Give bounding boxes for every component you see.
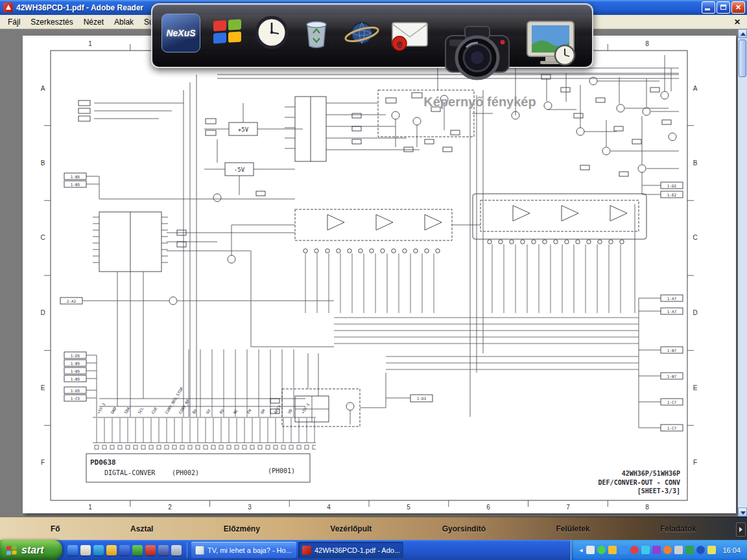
docktab-surfaces[interactable]: Felületek <box>551 522 595 535</box>
document-area: 1 2 3 4 5 6 7 8 1 2 3 4 5 6 7 8 A B C D <box>0 29 747 517</box>
docktab-tasks[interactable]: Feladatok <box>655 522 702 535</box>
scroll-down-icon[interactable] <box>738 508 747 517</box>
connector-ph001: (PH001) <box>268 467 295 474</box>
scrollbar-thumb[interactable] <box>739 40 746 77</box>
docktab-main[interactable]: Fő <box>45 522 65 535</box>
task-browser-window[interactable]: TV, mi lehet a baja? - Ho... <box>191 542 296 558</box>
docktab-quicklaunch[interactable]: Gyorsindító <box>437 522 491 535</box>
quicklaunch-ie-icon[interactable] <box>67 545 78 555</box>
titleblock-model: 42WH36P/51WH36P <box>622 470 680 477</box>
quicklaunch-messenger-icon[interactable] <box>93 545 104 555</box>
titleblock-function: DEF/CONVER-OUT - CONV <box>599 479 680 486</box>
launcher-dock: NeXuS <box>151 3 593 68</box>
close-document-icon[interactable]: ✕ <box>730 18 744 27</box>
quicklaunch-show-desktop-icon[interactable] <box>80 545 91 555</box>
svg-text:2: 2 <box>168 504 172 511</box>
svg-text:E: E <box>41 384 45 391</box>
svg-text:3: 3 <box>248 504 252 511</box>
svg-text:F: F <box>41 459 45 466</box>
svg-text:1-B7: 1-B7 <box>667 348 677 353</box>
quicklaunch-irc-icon[interactable] <box>145 545 156 555</box>
tray-icon-12[interactable] <box>707 546 716 554</box>
quicklaunch-folder-icon[interactable] <box>106 545 117 555</box>
reg-neg-label: -5V <box>234 167 245 173</box>
tray-icon-1[interactable] <box>586 546 595 554</box>
svg-text:1-D3: 1-D3 <box>417 396 427 401</box>
docktab-scroll-right-icon[interactable] <box>736 522 746 537</box>
svg-text:1-B5: 1-B5 <box>71 369 80 373</box>
quick-launch-bar <box>62 542 187 558</box>
svg-text:C: C <box>693 234 697 241</box>
tray-icon-11[interactable] <box>696 546 705 554</box>
svg-text:F: F <box>693 459 697 466</box>
tray-icon-9[interactable] <box>674 546 683 554</box>
svg-text:5: 5 <box>407 504 410 511</box>
tray-icon-8[interactable] <box>663 546 672 554</box>
camera-icon[interactable] <box>439 15 516 95</box>
svg-text:A: A <box>41 85 45 92</box>
tray-icon-3[interactable] <box>608 546 617 554</box>
start-button[interactable]: start <box>0 540 62 560</box>
menu-edit[interactable]: Szerkesztés <box>25 16 78 29</box>
svg-text:1-D5: 1-D5 <box>71 353 80 358</box>
start-flag-icon <box>6 544 18 556</box>
board-name: DIGTAL-CONVER <box>104 469 156 476</box>
internet-globe-icon[interactable] <box>343 14 381 54</box>
schematic-bundles <box>93 244 639 450</box>
system-tray: ◂ 16:04 <box>571 540 747 560</box>
vertical-scrollbar[interactable] <box>738 29 747 517</box>
nexus-dock-icon[interactable]: NeXuS <box>161 14 200 52</box>
svg-text:SDA: SDA <box>123 406 131 414</box>
svg-text:1-D2: 1-D2 <box>667 183 677 188</box>
tray-icon-10[interactable] <box>685 546 694 554</box>
quicklaunch-winamp-icon[interactable] <box>132 545 143 555</box>
svg-text:7: 7 <box>566 504 570 511</box>
email-icon[interactable]: @ <box>388 14 431 56</box>
svg-text:CUE: CUE <box>150 406 158 414</box>
menu-view[interactable]: Nézet <box>78 16 109 29</box>
docktab-control-panel[interactable]: Vezérlőpult <box>325 522 377 535</box>
svg-text:1-B7: 1-B7 <box>667 374 677 379</box>
close-button[interactable]: ✕ <box>731 1 745 14</box>
quicklaunch-notes-icon[interactable] <box>171 545 182 555</box>
svg-text:+5V-1: +5V-1 <box>300 402 311 414</box>
titleblock-sheet: [SHEET-3/3] <box>637 487 680 495</box>
dock-tab-bar: Fő Asztal Előzmény Vezérlőpult Gyorsindí… <box>0 517 747 540</box>
tray-icon-6[interactable] <box>641 546 650 554</box>
tray-collapse-icon[interactable]: ◂ <box>579 546 582 554</box>
menu-file[interactable]: Fájl <box>3 16 25 29</box>
svg-text:@: @ <box>397 39 402 49</box>
connector-ph002: (PH002) <box>172 469 199 476</box>
windows-icon[interactable] <box>208 14 246 54</box>
svg-text:E: E <box>693 384 698 391</box>
scroll-up-icon[interactable] <box>738 29 747 38</box>
svg-text:1-D5: 1-D5 <box>71 388 80 393</box>
svg-text:1: 1 <box>88 40 92 47</box>
svg-text:1-B5: 1-B5 <box>71 377 80 381</box>
adobe-reader-icon <box>302 546 311 555</box>
circuit-schematic: 1 2 3 4 5 6 7 8 1 2 3 4 5 6 7 8 A B C D <box>23 36 736 513</box>
svg-text:1-C7: 1-C7 <box>667 426 677 430</box>
menu-window[interactable]: Ablak <box>109 16 139 29</box>
tray-icon-4[interactable] <box>619 546 628 554</box>
tray-icon-5[interactable] <box>630 546 639 554</box>
dock-item-label: Képernyő fénykép <box>383 95 577 110</box>
docktab-desktop[interactable]: Asztal <box>125 522 158 535</box>
svg-text:1-A7: 1-A7 <box>667 309 677 314</box>
svg-text:8: 8 <box>645 40 649 47</box>
svg-text:1-C7: 1-C7 <box>667 400 677 404</box>
docktab-history[interactable]: Előzmény <box>219 522 265 535</box>
quicklaunch-media-player-icon[interactable] <box>119 545 130 555</box>
recycle-bin-icon[interactable] <box>298 14 335 54</box>
tray-icon-2[interactable] <box>597 546 606 554</box>
svg-text:6: 6 <box>486 504 490 511</box>
tray-icon-7[interactable] <box>652 546 661 554</box>
clock-icon[interactable] <box>254 14 290 54</box>
tray-clock[interactable]: 16:04 <box>722 546 741 554</box>
quicklaunch-mail-icon[interactable] <box>158 545 169 555</box>
restore-button[interactable] <box>717 1 730 14</box>
minimize-button[interactable] <box>702 1 715 14</box>
display-settings-icon[interactable] <box>523 18 582 72</box>
task-adobe-reader-window[interactable]: 42WH36PCD-1.pdf - Ado... <box>298 542 403 558</box>
pdf-page: 1 2 3 4 5 6 7 8 1 2 3 4 5 6 7 8 A B C D <box>23 36 736 513</box>
